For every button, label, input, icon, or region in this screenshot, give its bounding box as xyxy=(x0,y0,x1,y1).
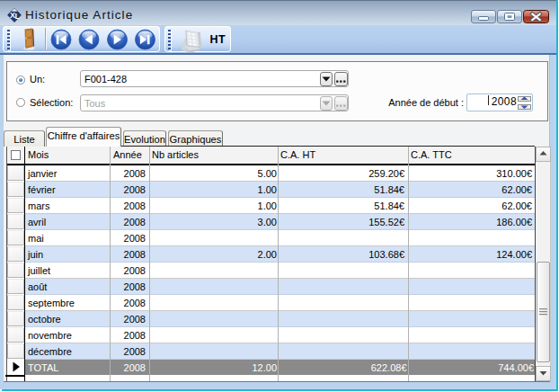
svg-text:L: L xyxy=(15,12,21,21)
